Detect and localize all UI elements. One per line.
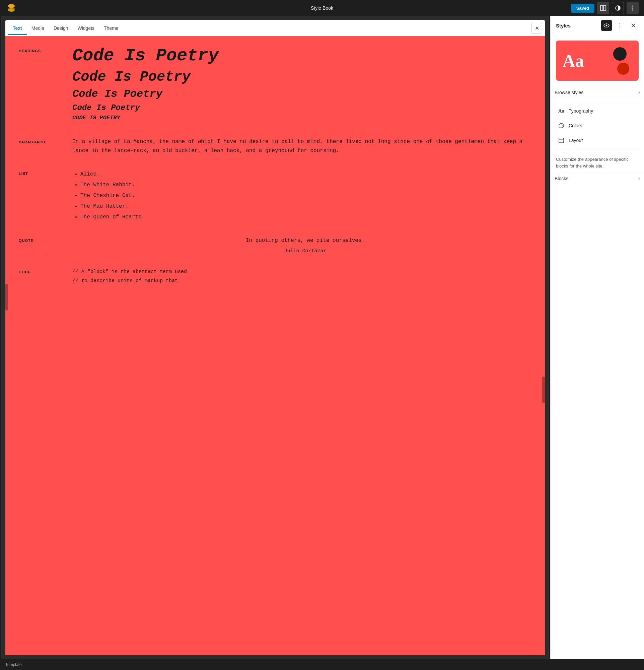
layout-item[interactable]: Layout (553, 133, 641, 148)
scrollbar-right[interactable] (542, 377, 545, 403)
browse-styles-item[interactable]: Browse styles › (551, 86, 644, 99)
more-options-button[interactable] (627, 2, 639, 14)
typography-item[interactable]: Aa Typography (553, 104, 641, 118)
list-items: Alice. The White Rabbit. The Cheshire Ca… (72, 169, 538, 223)
heading-1: Code Is Poetry (72, 46, 538, 65)
heading-5: CODE IS POETRY (72, 115, 538, 121)
blocks-item[interactable]: Blocks › (551, 172, 644, 185)
code-content: // A "block" is the abstract term used /… (72, 267, 538, 285)
code-line-2: // to describe units of markup that (72, 276, 538, 285)
styles-panel: Styles ⋮ ✕ Aa Browse styles › (550, 16, 644, 659)
panel-close-button[interactable]: ✕ (628, 20, 639, 31)
tab-media[interactable]: Media (27, 22, 49, 35)
browse-styles-arrow-icon: › (638, 90, 640, 95)
colors-label: Colors (568, 123, 637, 128)
quote-section: QUOTE In quoting others, we cite ourselv… (19, 236, 538, 254)
code-line-1: // A "block" is the abstract term used (72, 267, 538, 276)
list-item: The White Rabbit. (80, 179, 538, 190)
customize-description: Customize the appearance of specific blo… (551, 151, 644, 172)
main-layout: Text Media Design Widgets Theme ✕ HEADIN… (0, 16, 644, 659)
status-bar: Template (0, 659, 644, 670)
quote-author: Julio Cortázar (72, 248, 538, 254)
list-content: Alice. The White Rabbit. The Cheshire Ca… (72, 169, 538, 223)
style-preview-card: Aa (556, 41, 639, 81)
svg-point-9 (632, 10, 633, 11)
style-preview-dot-dark (613, 47, 627, 61)
code-label-col: CODE (19, 267, 59, 285)
page-title: Style Book (311, 5, 333, 11)
headings-section: HEADINGS Code Is Poetry Code Is Poetry C… (19, 46, 538, 124)
browse-styles-label: Browse styles (554, 90, 638, 95)
svg-point-1 (8, 4, 15, 8)
status-label: Template (5, 662, 22, 667)
paragraph-content: In a village of La Mancha, the name of w… (72, 137, 538, 156)
tab-close-button[interactable]: ✕ (532, 23, 542, 34)
headings-content: Code Is Poetry Code Is Poetry Code Is Po… (72, 46, 538, 124)
quote-text: In quoting others, we cite ourselves. (72, 236, 538, 245)
styles-panel-title: Styles (556, 23, 599, 28)
colors-item[interactable]: Colors (553, 118, 641, 133)
svg-rect-5 (603, 5, 606, 11)
style-preview-aa-text: Aa (563, 51, 584, 71)
top-bar-actions: Saved (571, 2, 639, 14)
view-toggle-button[interactable] (597, 2, 609, 14)
layout-label: Layout (568, 138, 637, 143)
panel-more-button[interactable]: ⋮ (615, 20, 625, 31)
contrast-button[interactable] (612, 2, 624, 14)
quote-label-col: QUOTE (19, 236, 59, 254)
headings-label-col: HEADINGS (19, 46, 59, 124)
divider-1 (554, 102, 640, 102)
app-logo (5, 2, 17, 14)
code-label: CODE (19, 270, 59, 274)
svg-point-8 (632, 8, 633, 9)
code-section: CODE // A "block" is the abstract term u… (19, 267, 538, 285)
list-item: The Mad Hatter. (80, 201, 538, 212)
list-item: The Cheshire Cat. (80, 190, 538, 201)
heading-4: Code Is Poetry (72, 104, 538, 112)
headings-label: HEADINGS (19, 49, 59, 53)
tab-bar: Text Media Design Widgets Theme ✕ (5, 20, 545, 36)
list-label-col: LIST (19, 169, 59, 223)
layout-icon (557, 136, 565, 144)
scrollbar-left[interactable] (5, 284, 8, 310)
list-item: Alice. (80, 169, 538, 179)
list-item: The Queen of Hearts. (80, 212, 538, 223)
colors-icon (557, 122, 565, 130)
saved-button[interactable]: Saved (571, 4, 594, 13)
styles-list: Aa Typography Colors (551, 104, 644, 148)
quote-content: In quoting others, we cite ourselves. Ju… (72, 236, 538, 254)
typography-label: Typography (568, 108, 637, 113)
blocks-arrow-icon: › (638, 176, 640, 182)
style-preview-dot-red (617, 63, 629, 75)
svg-point-3 (8, 8, 15, 12)
top-bar: Style Book Saved (0, 0, 644, 16)
list-section: LIST Alice. The White Rabbit. The Cheshi… (19, 169, 538, 223)
svg-rect-12 (559, 138, 564, 143)
svg-rect-4 (601, 5, 603, 11)
style-book-panel: Text Media Design Widgets Theme ✕ HEADIN… (1, 16, 549, 659)
divider-2 (554, 149, 640, 149)
paragraph-section: PARAGRAPH In a village of La Mancha, the… (19, 137, 538, 156)
styles-panel-header: Styles ⋮ ✕ (551, 16, 644, 35)
paragraph-label-col: PARAGRAPH (19, 137, 59, 156)
tab-widgets[interactable]: Widgets (73, 22, 99, 35)
svg-rect-13 (559, 138, 564, 140)
quote-label: QUOTE (19, 239, 59, 243)
list-label: LIST (19, 172, 59, 176)
svg-point-7 (632, 6, 633, 7)
heading-2: Code Is Poetry (72, 69, 538, 85)
blocks-label: Blocks (554, 176, 638, 181)
svg-point-11 (606, 25, 607, 26)
tab-theme[interactable]: Theme (99, 22, 123, 35)
heading-3: Code Is Poetry (72, 88, 538, 100)
style-book-content: HEADINGS Code Is Poetry Code Is Poetry C… (5, 36, 545, 655)
paragraph-label: PARAGRAPH (19, 140, 59, 144)
eye-icon[interactable] (601, 20, 612, 31)
tab-text[interactable]: Text (8, 22, 27, 35)
typography-icon: Aa (557, 107, 565, 115)
tab-design[interactable]: Design (49, 22, 73, 35)
paragraph-text: In a village of La Mancha, the name of w… (72, 137, 538, 156)
